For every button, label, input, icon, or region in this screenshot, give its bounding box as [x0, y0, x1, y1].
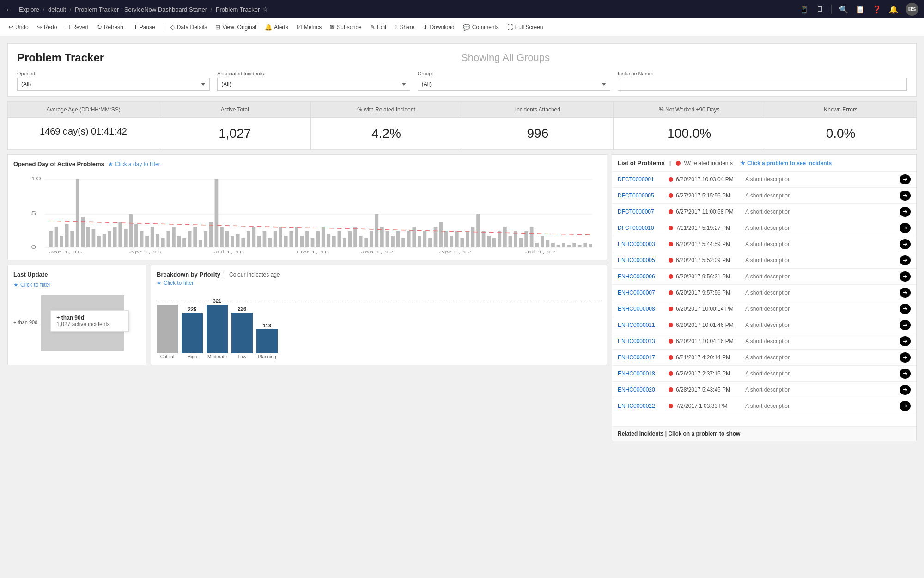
navigate-icon[interactable]: ➜: [900, 288, 911, 298]
group-select[interactable]: (All): [418, 78, 610, 91]
download-button[interactable]: ⬇ Download: [419, 22, 458, 32]
kpi-value-known-errors: 0.0%: [765, 118, 916, 149]
navigate-icon[interactable]: ➜: [900, 304, 911, 314]
problem-list-item[interactable]: ENHC0000003 6/20/2017 5:44:59 PM A short…: [612, 236, 916, 252]
metrics-button[interactable]: ☑ Metrics: [293, 22, 326, 32]
help-icon[interactable]: ❓: [872, 5, 881, 14]
last-update-title: Last Update: [13, 271, 48, 278]
navigate-icon[interactable]: ➜: [900, 320, 911, 330]
priority-bar-moderate[interactable]: 321 Moderate: [207, 298, 228, 359]
data-details-icon: ◇: [170, 24, 175, 31]
navigate-icon[interactable]: ➜: [900, 336, 911, 346]
refresh-button[interactable]: ↻ Refresh: [93, 22, 127, 32]
metrics-icon: ☑: [297, 24, 302, 31]
problem-list-item[interactable]: DFCT0000010 7/11/2017 5:19:27 PM A short…: [612, 220, 916, 236]
navigate-icon[interactable]: ➜: [900, 385, 911, 395]
report-icon[interactable]: 📋: [856, 5, 865, 14]
share-button[interactable]: ⤴ Share: [391, 22, 418, 32]
problem-desc: A short description: [745, 322, 900, 328]
comments-button[interactable]: 💬 Comments: [459, 22, 503, 32]
problem-list-item[interactable]: DFCT0000007 6/27/2017 11:00:58 PM A shor…: [612, 204, 916, 220]
breadcrumb-explore[interactable]: Explore: [19, 6, 39, 13]
problem-id: DFCT0000007: [618, 209, 669, 215]
problem-list-item[interactable]: ENHC0000007 6/20/2017 9:57:56 PM A short…: [612, 285, 916, 301]
problem-desc: A short description: [745, 273, 900, 280]
favorite-icon[interactable]: ☆: [262, 6, 268, 13]
problem-list-item[interactable]: ENHC0000011 6/20/2017 10:01:46 PM A shor…: [612, 317, 916, 333]
priority-bar-planning[interactable]: 113 Planning: [256, 323, 278, 359]
opened-chart-filter[interactable]: ★ Click a day to filter: [108, 161, 160, 167]
problem-id: DFCT0000001: [618, 176, 669, 183]
problems-filter-link[interactable]: ★ Click a problem to see Incidents: [740, 160, 832, 166]
navigate-icon[interactable]: ➜: [900, 271, 911, 282]
svg-rect-80: [444, 231, 448, 247]
problem-dot: [669, 404, 676, 408]
priority-title: Breakdown by Priority: [157, 271, 220, 278]
svg-rect-99: [546, 240, 550, 247]
navigate-icon[interactable]: ➜: [900, 401, 911, 411]
redo-button[interactable]: ↪ Redo: [33, 22, 61, 32]
subscribe-button[interactable]: ✉ Subscribe: [326, 22, 365, 32]
problem-list-item[interactable]: ENHC0000017 6/21/2017 4:20:14 PM A short…: [612, 350, 916, 366]
problem-desc: A short description: [745, 306, 900, 312]
svg-rect-51: [289, 231, 293, 247]
problem-list-item[interactable]: ENHC0000006 6/20/2017 9:56:21 PM A short…: [612, 269, 916, 285]
svg-rect-96: [530, 227, 534, 247]
avatar[interactable]: BS: [906, 3, 918, 16]
navigate-icon[interactable]: ➜: [900, 239, 911, 249]
navigate-icon[interactable]: ➜: [900, 207, 911, 217]
alerts-button[interactable]: 🔔 Alerts: [261, 22, 292, 32]
edit-button[interactable]: ✎ Edit: [366, 22, 390, 32]
filters-row: Opened: (All) Associated Incidents: (All…: [17, 71, 907, 91]
mobile-icon[interactable]: 📱: [800, 5, 809, 14]
problem-dot: [669, 177, 676, 182]
problem-list-item[interactable]: DFCT0000005 6/27/2017 5:15:56 PM A short…: [612, 188, 916, 204]
opened-select[interactable]: (All): [17, 78, 210, 91]
svg-rect-38: [220, 227, 224, 247]
view-original-button[interactable]: ⊞ View: Original: [212, 22, 260, 32]
notes-icon[interactable]: 🗒: [816, 5, 824, 13]
svg-rect-88: [487, 236, 491, 247]
priority-bar-low[interactable]: 226 Low: [231, 306, 253, 359]
problem-list-item[interactable]: ENHC0000013 6/20/2017 10:04:16 PM A shor…: [612, 333, 916, 350]
svg-rect-62: [348, 231, 352, 247]
problem-dot: [669, 258, 676, 263]
navigate-icon[interactable]: ➜: [900, 369, 911, 379]
problem-list: DFCT0000001 6/20/2017 10:03:04 PM A shor…: [612, 172, 916, 426]
problem-list-item[interactable]: ENHC0000005 6/20/2017 5:52:09 PM A short…: [612, 252, 916, 269]
group-label: Group:: [418, 71, 610, 76]
last-update-filter[interactable]: ★ Click to filter: [13, 282, 140, 288]
priority-filter[interactable]: ★ Click to filter: [157, 280, 601, 286]
back-button[interactable]: ←: [6, 6, 12, 13]
undo-button[interactable]: ↩ Undo: [5, 22, 32, 32]
breadcrumb-dashboard[interactable]: Problem Tracker - ServiceNow Dashboard S…: [75, 6, 207, 13]
problem-list-item[interactable]: ENHC0000018 6/26/2017 2:37:15 PM A short…: [612, 366, 916, 382]
assoc-select[interactable]: (All): [217, 78, 410, 91]
problem-list-item[interactable]: ENHC0000020 6/28/2017 5:43:45 PM A short…: [612, 382, 916, 398]
svg-rect-93: [514, 231, 517, 247]
critical-bar: [157, 305, 178, 353]
bell-icon[interactable]: 🔔: [889, 5, 898, 14]
navigate-icon[interactable]: ➜: [900, 255, 911, 265]
breadcrumb-tracker[interactable]: Problem Tracker: [216, 6, 260, 13]
instance-input[interactable]: [618, 78, 907, 91]
navigate-icon[interactable]: ➜: [900, 223, 911, 233]
bar-label-area: + than 90d: [13, 320, 37, 325]
priority-bar-critical[interactable]: Critical: [157, 304, 178, 359]
list-title: List of Problems: [618, 160, 665, 166]
data-details-button[interactable]: ◇ Data Details: [167, 22, 211, 32]
breadcrumb-default[interactable]: default: [48, 6, 66, 13]
search-icon[interactable]: 🔍: [839, 5, 848, 14]
pause-button[interactable]: ⏸ Pause: [128, 22, 159, 32]
priority-bar-high[interactable]: 225 High: [182, 307, 203, 359]
fullscreen-button[interactable]: ⛶ Full Screen: [504, 22, 547, 32]
revert-button[interactable]: ⊣ Revert: [61, 22, 92, 32]
navigate-icon[interactable]: ➜: [900, 191, 911, 201]
problem-list-item[interactable]: ENHC0000022 7/2/2017 1:03:33 PM A short …: [612, 398, 916, 414]
navigate-icon[interactable]: ➜: [900, 174, 911, 184]
navigate-icon[interactable]: ➜: [900, 352, 911, 363]
kpi-value-active-total: 1,027: [159, 118, 311, 149]
subscribe-icon: ✉: [330, 24, 335, 31]
problem-list-item[interactable]: DFCT0000001 6/20/2017 10:03:04 PM A shor…: [612, 172, 916, 188]
problem-list-item[interactable]: ENHC0000008 6/20/2017 10:00:14 PM A shor…: [612, 301, 916, 317]
